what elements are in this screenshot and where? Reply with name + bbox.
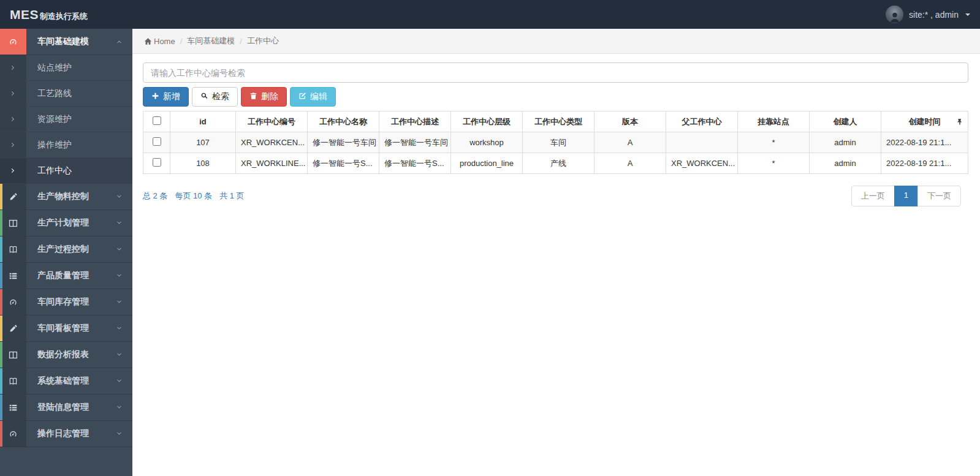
chevron-down-icon [116,352,123,358]
cell: admin [810,132,881,153]
sidebar-group-6[interactable]: 车间库存管理 [0,289,132,315]
column-header-7[interactable]: 版本 [594,111,666,132]
delete-button[interactable]: 删除 [241,87,287,107]
pager-next[interactable]: 下一页 [917,186,961,206]
add-button-label: 新增 [163,91,180,102]
user-label: site:* , admin [909,10,959,20]
group-accent-bar [0,289,2,315]
chevron-right-icon [0,132,26,157]
column-header-4[interactable]: 工作中心描述 [379,111,451,132]
sidebar-item-label: 资源维护 [26,107,132,132]
cell: workshop [451,132,523,153]
cell: 108 [170,153,236,174]
search-input[interactable] [143,62,968,83]
cell: A [594,153,666,174]
cell: admin [810,153,881,174]
sidebar-item-2[interactable]: 工艺路线 [0,81,132,107]
sidebar-item-label: 站点维护 [26,55,132,80]
sidebar-item-label: 工艺路线 [26,81,132,106]
row-checkbox[interactable] [153,137,161,146]
chevron-down-icon [116,246,123,253]
sidebar-item-4[interactable]: 操作维护 [0,132,132,158]
cell: 修一智能一号车间 [379,132,451,153]
table-row-1[interactable]: 107XR_WORKCEN...修一智能一号车间修一智能一号车间workshop… [143,132,968,153]
avatar[interactable] [886,6,903,23]
summary-pages: 共 1 页 [219,191,244,202]
chevron-right-icon [0,158,26,183]
sidebar-group-5[interactable]: 产品质量管理 [0,263,132,289]
breadcrumb-item-3: 工作中心 [247,36,279,47]
column-header-1[interactable]: id [170,111,236,132]
chevron-down-icon [116,404,123,411]
sidebar-group-3[interactable]: 生产计划管理 [0,210,132,236]
cell: XR_WORKLINE... [236,153,308,174]
book-icon [0,368,26,394]
row-checkbox[interactable] [153,158,161,167]
breadcrumb: Home/车间基础建模/工作中心 [132,29,980,54]
app-logo-mes: MES [10,7,39,22]
sidebar-item-5[interactable]: 工作中心 [0,158,132,184]
sidebar-group-2[interactable]: 生产物料控制 [0,184,132,210]
cell: * [738,132,810,153]
sidebar-item-1[interactable]: 站点维护 [0,55,132,81]
pager-page-1[interactable]: 1 [894,186,918,206]
cell: XR_WORKCEN... [666,153,738,174]
breadcrumb-separator: / [180,37,183,46]
row-checkbox-cell [143,153,170,174]
user-menu[interactable]: site:* , admin [886,6,970,23]
sidebar-group-10[interactable]: 登陆信息管理 [0,395,132,421]
sidebar-group-7[interactable]: 车间看板管理 [0,315,132,342]
sidebar-item-3[interactable]: 资源维护 [0,107,132,132]
caret-down-icon [965,13,970,16]
cell: 产线 [523,153,594,174]
breadcrumb-item-1[interactable]: Home [144,37,175,46]
column-header-9[interactable]: 挂靠站点 [738,111,810,132]
sidebar-groups: 生产物料控制生产计划管理生产过程控制产品质量管理车间库存管理车间看板管理数据分析… [0,184,132,447]
edit-button[interactable]: 编辑 [290,87,336,107]
cell: production_line [451,153,523,174]
sidebar: 车间基础建模 站点维护工艺路线资源维护操作维护工作中心 生产物料控制生产计划管理… [0,29,132,476]
column-header-10[interactable]: 创建人 [810,111,881,132]
group-accent-bar [0,210,2,236]
edit-icon [298,92,306,102]
columns-icon [0,210,26,236]
cell: 2022-08-19 21:1... [881,132,968,153]
toolbar: 新增检索删除编辑 [143,87,968,107]
sidebar-group-11[interactable]: 操作日志管理 [0,421,132,447]
sidebar-group-workshop-modeling[interactable]: 车间基础建模 [0,29,132,55]
pagination-summary: 总 2 条 每页 10 条 共 1 页 [143,191,245,202]
sidebar-group-8[interactable]: 数据分析报表 [0,342,132,368]
group-accent-bar [0,395,2,420]
column-header-6[interactable]: 工作中心类型 [523,111,594,132]
cell: 修一智能一号车间 [308,132,379,153]
pager-prev[interactable]: 上一页 [851,186,895,206]
table-footer: 总 2 条 每页 10 条 共 1 页 上一页 1 下一页 [143,186,968,206]
sidebar-subitems: 站点维护工艺路线资源维护操作维护工作中心 [0,55,132,184]
breadcrumb-label: Home [154,37,175,46]
breadcrumb-item-2[interactable]: 车间基础建模 [187,36,235,47]
add-button[interactable]: 新增 [143,87,189,107]
column-header-2[interactable]: 工作中心编号 [236,111,308,132]
column-header-3[interactable]: 工作中心名称 [308,111,379,132]
table-row-2[interactable]: 108XR_WORKLINE...修一智能一号S...修一智能一号S...pro… [143,153,968,174]
search-button-label: 检索 [212,91,229,102]
top-navbar: MES 制造执行系统 site:* , admin [0,0,980,29]
column-header-5[interactable]: 工作中心层级 [451,111,523,132]
cell: 车间 [523,132,594,153]
group-accent-bar [0,236,2,262]
list-icon [0,263,26,289]
select-all-checkbox[interactable] [153,116,161,125]
column-header-11[interactable]: 创建时间 [881,111,968,132]
delete-button-label: 删除 [261,91,278,102]
person-icon [889,11,901,23]
cell: A [594,132,666,153]
group-accent-bar [0,342,2,368]
breadcrumb-label: 工作中心 [247,36,279,47]
app-logo-subtitle: 制造执行系统 [40,11,88,22]
sidebar-group-9[interactable]: 系统基础管理 [0,368,132,395]
sidebar-group-4[interactable]: 生产过程控制 [0,236,132,263]
column-header-8[interactable]: 父工作中心 [666,111,738,132]
pin-icon[interactable] [956,118,963,126]
group-accent-bar [0,421,2,447]
search-button[interactable]: 检索 [192,87,238,107]
